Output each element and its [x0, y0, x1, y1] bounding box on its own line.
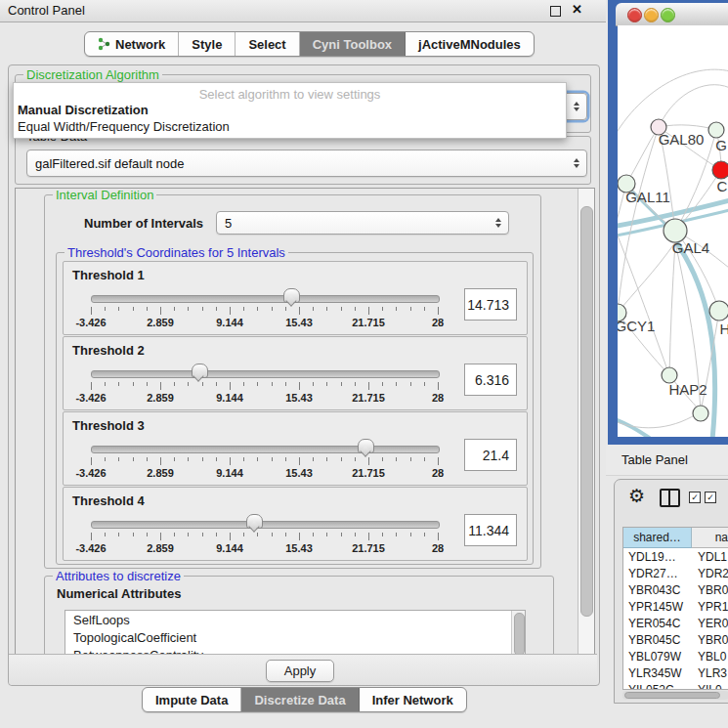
- network-node[interactable]: [712, 161, 728, 179]
- minimize-traffic-light-icon[interactable]: [644, 8, 659, 22]
- table-row[interactable]: YBR045CYBR0: [623, 631, 728, 648]
- table-row[interactable]: YDL19…YDL1: [623, 548, 728, 565]
- table-row[interactable]: YLR345WYLR3: [623, 664, 728, 681]
- network-canvas[interactable]: GAL80GCGAL11GAL4GCY1HHAP2: [618, 25, 728, 437]
- tick-mark: [188, 307, 189, 311]
- threshold-label: Threshold 1: [72, 268, 145, 282]
- number-of-intervals-label: Number of Intervals: [84, 216, 203, 231]
- attribute-list-item[interactable]: SelfLoops: [65, 611, 525, 628]
- tick-mark: [299, 457, 300, 465]
- threshold-value-field[interactable]: 11.344: [464, 514, 517, 546]
- tick-mark: [341, 457, 342, 461]
- algorithm-option-manual[interactable]: Manual Discretization: [18, 103, 149, 117]
- tick-mark: [272, 533, 273, 536]
- tab-impute-data[interactable]: Impute Data: [143, 688, 241, 711]
- threshold-slider-thumb[interactable]: [358, 439, 374, 453]
- threshold-slider-thumb[interactable]: [283, 288, 300, 303]
- threshold-slider-thumb[interactable]: [192, 364, 208, 378]
- network-edge[interactable]: [659, 85, 728, 127]
- table-panel-title: Table Panel: [621, 452, 688, 467]
- table-row[interactable]: YBL079WYBL0: [623, 648, 728, 664]
- table-horizontal-scrollbar[interactable]: [622, 691, 728, 700]
- tab-discretize-data[interactable]: Discretize Data: [241, 688, 359, 711]
- table-row[interactable]: YIL052CYIL0: [623, 681, 728, 690]
- threshold-slider-track[interactable]: [91, 295, 440, 303]
- tick-mark: [326, 533, 327, 536]
- tick-mark: [91, 533, 92, 540]
- tab-network[interactable]: Network: [85, 32, 179, 56]
- close-traffic-light-icon[interactable]: [627, 8, 642, 22]
- threshold-slider-track[interactable]: [91, 521, 440, 529]
- tick-mark: [105, 307, 106, 311]
- tick-label: 21.715: [352, 317, 385, 328]
- network-node[interactable]: [708, 122, 724, 138]
- threshold-slider-thumb[interactable]: [246, 514, 263, 529]
- tab-cyni-toolbox[interactable]: Cyni Toolbox: [300, 32, 406, 56]
- columns-icon[interactable]: [660, 489, 680, 507]
- number-of-intervals-combobox[interactable]: 5: [216, 211, 509, 235]
- tick-mark: [285, 457, 286, 461]
- checkbox-icon[interactable]: ✓: [689, 492, 701, 503]
- apply-button[interactable]: Apply: [266, 660, 334, 682]
- tick-mark: [257, 457, 258, 461]
- threshold-value-field[interactable]: 14.713: [464, 288, 517, 321]
- tick-mark: [174, 307, 175, 311]
- tab-style[interactable]: Style: [179, 32, 236, 56]
- threshold-value-field[interactable]: 21.4: [464, 439, 517, 471]
- tab-infer-network[interactable]: Infer Network: [360, 688, 466, 711]
- tab-jactivemnodules[interactable]: jActiveMNodules: [406, 32, 534, 56]
- tick-label: 21.715: [352, 542, 385, 554]
- network-edge[interactable]: [626, 127, 659, 184]
- network-node[interactable]: [709, 301, 728, 321]
- network-edge[interactable]: [669, 242, 675, 375]
- tick-mark: [272, 382, 273, 386]
- attributes-scrollbar[interactable]: [511, 611, 525, 656]
- tick-mark: [230, 457, 231, 465]
- numerical-attributes-list[interactable]: SelfLoopsTopologicalCoefficientBetweenne…: [64, 610, 526, 656]
- settings-vertical-scrollbar[interactable]: [578, 189, 594, 655]
- table-row[interactable]: YBR043CYBR0: [623, 581, 728, 598]
- threshold-value-field[interactable]: 6.316: [464, 364, 517, 396]
- tab-select-label: Select: [248, 37, 285, 52]
- tick-mark: [396, 457, 397, 461]
- tick-mark: [230, 307, 231, 315]
- cell-name: YBR0: [692, 581, 728, 598]
- network-edge[interactable]: [659, 125, 716, 130]
- tick-mark: [285, 307, 286, 311]
- zoom-traffic-light-icon[interactable]: [661, 8, 675, 22]
- tick-mark: [313, 307, 314, 311]
- table-row[interactable]: YDR27…YDR2: [623, 565, 728, 581]
- network-node[interactable]: [693, 406, 708, 421]
- cell-shared-name: YBL079W: [623, 648, 692, 664]
- tick-mark: [424, 533, 425, 536]
- tick-mark: [326, 382, 327, 386]
- table-panel: ⚙ ✓ ✓ shared… na YDL19…YDL1YDR27…YDR2YBR…: [614, 479, 728, 704]
- gear-icon[interactable]: ⚙: [628, 485, 645, 507]
- threshold-slider-track[interactable]: [91, 446, 440, 453]
- column-header-name[interactable]: na: [692, 528, 728, 548]
- algorithm-hint-text: Select algorithm to view settings: [14, 87, 566, 102]
- number-of-intervals-value: 5: [225, 216, 232, 231]
- cell-name: YLR3: [692, 664, 728, 681]
- network-node-label: HAP2: [668, 381, 707, 398]
- tick-label: 15.43: [285, 467, 313, 479]
- table-row[interactable]: YER054CYER0: [623, 615, 728, 631]
- table-data-combobox[interactable]: galFiltered.sif default node: [26, 150, 587, 177]
- table-scrollbar-thumb[interactable]: [624, 692, 720, 699]
- network-edge[interactable]: [618, 221, 669, 375]
- attribute-list-item[interactable]: TopologicalCoefficient: [65, 628, 525, 646]
- tab-select[interactable]: Select: [236, 32, 299, 56]
- algorithm-option-equal-width[interactable]: Equal Width/Frequency Discretization: [18, 119, 230, 134]
- checkbox-icon[interactable]: ✓: [705, 492, 716, 503]
- tick-label: 2.859: [147, 392, 174, 404]
- close-icon[interactable]: ✕: [572, 2, 582, 17]
- threshold-slider-track[interactable]: [91, 370, 440, 378]
- settings-scrollbar-thumb[interactable]: [580, 206, 593, 617]
- control-panel-titlebar: Control Panel ✕: [0, 0, 606, 22]
- column-header-shared[interactable]: shared…: [623, 528, 692, 548]
- table-row[interactable]: YPR145WYPR1: [623, 598, 728, 615]
- float-window-icon[interactable]: [550, 6, 561, 17]
- attributes-scrollbar-thumb[interactable]: [514, 613, 525, 656]
- tick-mark: [424, 457, 425, 461]
- tick-mark: [410, 533, 411, 536]
